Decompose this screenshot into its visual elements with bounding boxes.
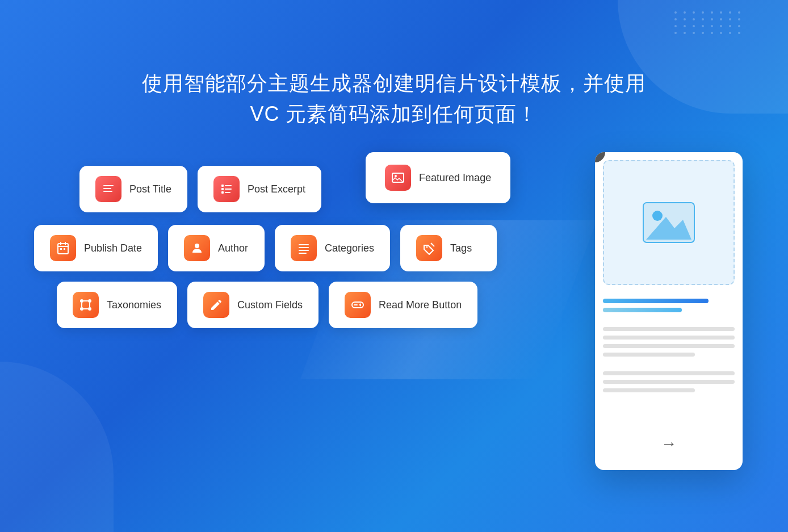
svg-point-22 — [80, 299, 83, 303]
mockup-line-gray-4 — [603, 353, 695, 357]
mockup-line-gray-6 — [603, 380, 735, 384]
svg-rect-3 — [221, 185, 224, 187]
mockup-line-gray-2 — [603, 336, 735, 340]
custom-fields-icon — [203, 292, 229, 318]
post-excerpt-label: Post Excerpt — [248, 183, 305, 195]
mockup-line-gray-7 — [603, 388, 695, 392]
headline-line1: 使用智能部分主题生成器创建明信片设计模板，并使用 — [142, 68, 646, 99]
svg-rect-14 — [60, 248, 62, 250]
headline-line2: VC 元素简码添加到任何页面！ — [142, 99, 646, 129]
taxonomies-card[interactable]: Taxonomies — [57, 282, 177, 328]
mockup-image-placeholder — [640, 200, 697, 245]
read-more-label: Read More Button — [379, 299, 462, 311]
svg-rect-1 — [103, 188, 111, 189]
publish-date-label: Publish Date — [84, 242, 142, 254]
mockup-line-2 — [603, 308, 682, 312]
svg-rect-19 — [299, 250, 309, 251]
tags-label: Tags — [450, 242, 472, 254]
svg-rect-8 — [225, 192, 230, 193]
mockup-line-1 — [603, 299, 709, 303]
featured-image-icon — [385, 165, 411, 191]
post-excerpt-icon — [213, 176, 240, 202]
svg-point-23 — [88, 299, 91, 303]
read-more-icon — [345, 292, 371, 318]
svg-rect-4 — [225, 185, 232, 186]
svg-point-21 — [426, 246, 428, 248]
svg-point-24 — [80, 307, 83, 311]
mockup-line-gray-3 — [603, 344, 735, 348]
mockup-line-gray-1 — [603, 327, 735, 331]
svg-point-10 — [395, 175, 397, 177]
categories-icon — [291, 235, 317, 261]
post-title-card[interactable]: Post Title — [79, 166, 187, 212]
post-title-label: Post Title — [129, 183, 171, 195]
cards-row-2: Publish Date Author — [34, 225, 510, 271]
svg-point-16 — [195, 244, 199, 248]
svg-rect-20 — [299, 253, 307, 254]
author-card[interactable]: Author — [168, 225, 265, 271]
post-title-icon — [95, 176, 121, 202]
svg-rect-11 — [58, 244, 68, 254]
read-more-card[interactable]: Read More Button — [329, 282, 477, 328]
cards-row-1: Post Title Post Excerpt — [79, 164, 510, 215]
cards-row-3: Taxonomies Custom Fields — [57, 282, 510, 328]
tags-card[interactable]: Tags — [400, 225, 497, 271]
custom-fields-card[interactable]: Custom Fields — [187, 282, 318, 328]
headline: 使用智能部分主题生成器创建明信片设计模板，并使用 VC 元素简码添加到任何页面！ — [142, 68, 646, 129]
categories-card[interactable]: Categories — [275, 225, 390, 271]
taxonomies-label: Taxonomies — [107, 299, 161, 311]
svg-rect-0 — [103, 185, 114, 186]
mockup-line-gray-5 — [603, 371, 735, 375]
mockup-arrow: → — [661, 435, 677, 453]
publish-date-card[interactable]: Publish Date — [34, 225, 158, 271]
publish-date-icon — [50, 235, 76, 261]
svg-rect-5 — [221, 188, 224, 190]
post-excerpt-card[interactable]: Post Excerpt — [198, 166, 321, 212]
mockup-lines — [595, 293, 743, 398]
taxonomies-icon — [73, 292, 99, 318]
author-icon — [184, 235, 210, 261]
tags-icon — [416, 235, 442, 261]
bg-dots — [674, 11, 743, 34]
svg-rect-15 — [64, 248, 65, 250]
svg-rect-17 — [299, 244, 309, 245]
svg-point-25 — [88, 307, 91, 311]
mockup-move-icon: ✛ — [595, 152, 605, 162]
categories-label: Categories — [325, 242, 374, 254]
svg-rect-7 — [221, 191, 224, 194]
svg-rect-2 — [103, 191, 112, 192]
featured-image-label: Featured Image — [419, 172, 491, 184]
svg-rect-18 — [299, 247, 309, 248]
svg-point-29 — [652, 211, 663, 221]
featured-image-card[interactable]: Featured Image — [366, 152, 510, 203]
mockup-image-area — [603, 160, 735, 285]
author-label: Author — [218, 242, 248, 254]
content-area: Post Title Post Excerpt — [0, 164, 788, 328]
svg-rect-6 — [225, 188, 232, 190]
custom-fields-label: Custom Fields — [237, 299, 303, 311]
bg-shape-bottom-left — [0, 362, 114, 532]
page-container: 使用智能部分主题生成器创建明信片设计模板，并使用 VC 元素简码添加到任何页面！ — [0, 0, 788, 532]
cards-grid: Post Title Post Excerpt — [34, 164, 510, 328]
card-mockup: ✛ — [595, 152, 743, 470]
